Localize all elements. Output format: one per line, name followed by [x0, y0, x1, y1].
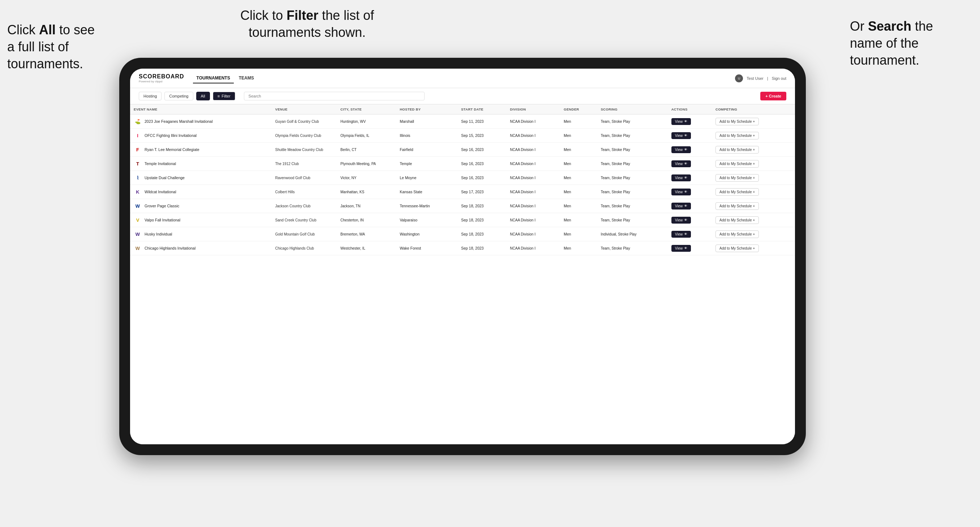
event-name-text: Ryan T. Lee Memorial Collegiate	[145, 148, 199, 152]
start-date-cell: Sep 16, 2023	[458, 143, 506, 157]
hosted-by-cell: Tennessee-Martin	[396, 199, 458, 213]
nav-teams[interactable]: TEAMS	[235, 73, 258, 83]
add-to-schedule-button[interactable]: Add to My Schedule +	[716, 160, 759, 168]
team-logo: I	[134, 132, 142, 140]
competing-cell: Add to My Schedule +	[712, 241, 795, 256]
scoring-cell: Team, Stroke Play	[597, 241, 667, 256]
view-button[interactable]: View 👁	[671, 132, 691, 139]
tab-hosting[interactable]: Hosting	[139, 92, 162, 100]
start-date-cell: Sep 16, 2023	[458, 171, 506, 185]
team-logo: ⛳	[134, 117, 142, 125]
actions-cell: View 👁	[668, 227, 712, 241]
toolbar: Hosting Competing All ≡ Filter + Create	[130, 88, 795, 105]
event-name-text: Grover Page Classic	[145, 204, 179, 208]
venue-cell: Guyan Golf & Country Club	[272, 114, 337, 129]
tab-all[interactable]: All	[196, 92, 210, 100]
hosted-by-cell: Kansas State	[396, 185, 458, 199]
city-cell: Huntington, WV	[337, 114, 396, 129]
gender-cell: Men	[560, 241, 597, 256]
event-name-text: 2023 Joe Feaganes Marshall Invitational	[145, 119, 213, 124]
hosted-by-cell: Wake Forest	[396, 241, 458, 256]
filter-icon: ≡	[218, 94, 220, 98]
hosted-by-cell: Temple	[396, 157, 458, 171]
team-logo: T	[134, 160, 142, 168]
division-cell: NCAA Division I	[506, 143, 560, 157]
actions-cell: View 👁	[668, 185, 712, 199]
start-date-cell: Sep 16, 2023	[458, 157, 506, 171]
competing-cell: Add to My Schedule +	[712, 143, 795, 157]
nav-bar: SCOREBOARD Powered by clippd TOURNAMENTS…	[130, 68, 795, 88]
add-to-schedule-button[interactable]: Add to My Schedule +	[716, 146, 759, 154]
add-to-schedule-button[interactable]: Add to My Schedule +	[716, 132, 759, 140]
venue-cell: Jackson Country Club	[272, 199, 337, 213]
start-date-cell: Sep 18, 2023	[458, 227, 506, 241]
venue-cell: Ravenwood Golf Club	[272, 171, 337, 185]
event-name-cell: ⌇ Upstate Dual Challenge	[130, 171, 272, 185]
tablet-frame: SCOREBOARD Powered by clippd TOURNAMENTS…	[119, 58, 806, 455]
view-button[interactable]: View 👁	[671, 118, 691, 125]
add-to-schedule-button[interactable]: Add to My Schedule +	[716, 244, 759, 252]
team-logo: W	[134, 244, 142, 252]
add-to-schedule-button[interactable]: Add to My Schedule +	[716, 216, 759, 224]
city-cell: Plymouth Meeting, PA	[337, 157, 396, 171]
team-logo: ⌇	[134, 174, 142, 182]
nav-tournaments[interactable]: TOURNAMENTS	[193, 73, 234, 83]
view-button[interactable]: View 👁	[671, 245, 691, 252]
scoring-cell: Team, Stroke Play	[597, 129, 667, 143]
add-to-schedule-button[interactable]: Add to My Schedule +	[716, 202, 759, 210]
actions-cell: View 👁	[668, 241, 712, 256]
team-logo: V	[134, 216, 142, 224]
view-button[interactable]: View 👁	[671, 189, 691, 195]
table-row: F Ryan T. Lee Memorial Collegiate Shuttl…	[130, 143, 795, 157]
col-venue: VENUE	[272, 105, 337, 114]
annotation-top-right: Or Search thename of thetournament.	[850, 18, 973, 68]
table-row: W Husky Individual Gold Mountain Golf Cl…	[130, 227, 795, 241]
add-to-schedule-button[interactable]: Add to My Schedule +	[716, 188, 759, 196]
gender-cell: Men	[560, 157, 597, 171]
add-to-schedule-button[interactable]: Add to My Schedule +	[716, 174, 759, 182]
view-button[interactable]: View 👁	[671, 203, 691, 210]
event-name-cell: I OFCC Fighting Illini Invitational	[130, 129, 272, 143]
actions-cell: View 👁	[668, 199, 712, 213]
table-row: I OFCC Fighting Illini Invitational Olym…	[130, 129, 795, 143]
hosted-by-cell: Washington	[396, 227, 458, 241]
scoring-cell: Team, Stroke Play	[597, 143, 667, 157]
table-row: W Chicago Highlands Invitational Chicago…	[130, 241, 795, 256]
view-button[interactable]: View 👁	[671, 217, 691, 224]
view-button[interactable]: View 👁	[671, 175, 691, 181]
start-date-cell: Sep 15, 2023	[458, 129, 506, 143]
add-to-schedule-button[interactable]: Add to My Schedule +	[716, 230, 759, 238]
event-name-cell: W Chicago Highlands Invitational	[130, 241, 272, 256]
event-name-text: Husky Individual	[145, 232, 172, 236]
division-cell: NCAA Division I	[506, 185, 560, 199]
signout-link[interactable]: Sign out	[772, 76, 786, 81]
competing-cell: Add to My Schedule +	[712, 199, 795, 213]
event-name-text: Wildcat Invitational	[145, 190, 177, 194]
gender-cell: Men	[560, 227, 597, 241]
create-button[interactable]: + Create	[760, 92, 786, 100]
venue-cell: Shuttle Meadow Country Club	[272, 143, 337, 157]
view-button[interactable]: View 👁	[671, 231, 691, 238]
actions-cell: View 👁	[668, 171, 712, 185]
tab-competing[interactable]: Competing	[164, 92, 193, 100]
search-input[interactable]	[244, 92, 425, 100]
add-to-schedule-button[interactable]: Add to My Schedule +	[716, 118, 759, 125]
scoring-cell: Team, Stroke Play	[597, 213, 667, 227]
scoring-cell: Team, Stroke Play	[597, 157, 667, 171]
col-city-state: CITY, STATE	[337, 105, 396, 114]
view-button[interactable]: View 👁	[671, 160, 691, 167]
venue-cell: Chicago Highlands Club	[272, 241, 337, 256]
start-date-cell: Sep 18, 2023	[458, 241, 506, 256]
gender-cell: Men	[560, 129, 597, 143]
view-button[interactable]: View 👁	[671, 146, 691, 153]
logo-title: SCOREBOARD	[139, 73, 184, 80]
event-name-cell: K Wildcat Invitational	[130, 185, 272, 199]
venue-cell: Olympia Fields Country Club	[272, 129, 337, 143]
city-cell: Berlin, CT	[337, 143, 396, 157]
col-hosted-by: HOSTED BY	[396, 105, 458, 114]
filter-button[interactable]: ≡ Filter	[213, 92, 235, 100]
venue-cell: The 1912 Club	[272, 157, 337, 171]
event-name-text: OFCC Fighting Illini Invitational	[145, 133, 197, 138]
gender-cell: Men	[560, 114, 597, 129]
venue-cell: Gold Mountain Golf Club	[272, 227, 337, 241]
